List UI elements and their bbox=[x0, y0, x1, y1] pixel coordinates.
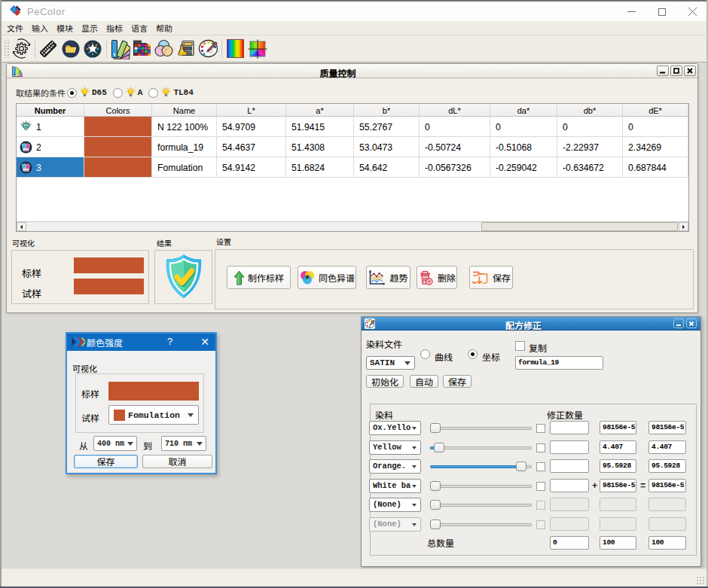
fc-value1-field-6[interactable] bbox=[600, 517, 636, 531]
fc-slider-thumb-5[interactable] bbox=[430, 500, 441, 510]
table-header-b[interactable]: b* bbox=[354, 104, 420, 116]
toolbar-button-keyboard[interactable] bbox=[38, 38, 59, 59]
cs-to-combo[interactable]: 710 nm bbox=[161, 436, 206, 451]
menu-item-1[interactable]: 文件 bbox=[3, 20, 28, 35]
fc-slider-thumb-1[interactable] bbox=[430, 423, 441, 433]
fc-value1-field-2[interactable]: 4.407 bbox=[600, 440, 636, 454]
table-row-2[interactable]: 2formula_1954.463751.430853.0473-0.50724… bbox=[17, 137, 688, 157]
row-value-cell[interactable]: 51.6824 bbox=[286, 157, 354, 177]
row-value-cell[interactable]: 0 bbox=[623, 117, 688, 136]
fc-dye-combo-5[interactable]: (None) bbox=[369, 498, 421, 512]
fc-dye-file-combo[interactable]: SATIN bbox=[366, 356, 415, 370]
fc-dye-combo-4[interactable]: White ba bbox=[369, 479, 421, 493]
cs-help-button[interactable]: ? bbox=[167, 336, 172, 347]
table-header-a[interactable]: a* bbox=[286, 104, 354, 116]
condition-radio-d65[interactable] bbox=[67, 88, 77, 98]
row-value-cell[interactable]: 51.9415 bbox=[286, 117, 354, 136]
table-header-number[interactable]: Number bbox=[17, 104, 84, 116]
fc-slider-track-2[interactable] bbox=[430, 446, 532, 449]
fc-value1-field-5[interactable] bbox=[600, 498, 636, 511]
toolbar-button-settings-sync[interactable] bbox=[11, 38, 32, 59]
row-value-cell[interactable]: -0.51068 bbox=[490, 137, 557, 157]
qc-titlebar[interactable]: 质量控制 bbox=[7, 64, 697, 78]
row-value-cell[interactable]: -0.50724 bbox=[420, 137, 490, 157]
toolbar-button-color-chart[interactable] bbox=[132, 38, 152, 59]
table-header-colors[interactable]: Colors bbox=[84, 104, 152, 116]
row-value-cell[interactable]: 54.9709 bbox=[217, 117, 286, 136]
row-value-cell[interactable]: -0.0567326 bbox=[420, 157, 490, 177]
qc-minimize-button[interactable] bbox=[657, 66, 669, 76]
fc-slider-track-1[interactable] bbox=[430, 427, 532, 430]
row-value-cell[interactable]: 0.687844 bbox=[623, 157, 688, 177]
menu-item-3[interactable]: 模块 bbox=[53, 20, 78, 35]
cs-cancel-button[interactable]: 取消 bbox=[142, 455, 212, 468]
row-name-cell[interactable]: formula_19 bbox=[152, 137, 217, 157]
fc-value2-field-4[interactable]: 98156e-5 bbox=[648, 479, 686, 492]
hscroll-right-arrow[interactable] bbox=[679, 222, 688, 231]
fc-slider-thumb-4[interactable] bbox=[430, 481, 441, 491]
row-color-cell[interactable] bbox=[84, 137, 152, 157]
table-header-db[interactable]: db* bbox=[557, 104, 623, 116]
fc-save-button[interactable]: 保存 bbox=[443, 375, 471, 388]
fc-value2-field-3[interactable]: 95.5928 bbox=[648, 459, 686, 473]
row-value-cell[interactable]: -2.22937 bbox=[557, 137, 623, 157]
fc-curve-radio[interactable] bbox=[420, 349, 430, 359]
condition-radio-tl84[interactable] bbox=[148, 88, 158, 98]
toolbar-button-lab-flask[interactable] bbox=[176, 38, 197, 59]
row-number-cell[interactable]: 3 bbox=[17, 157, 84, 177]
cs-from-combo[interactable]: 400 nm bbox=[93, 436, 137, 451]
minimize-button[interactable] bbox=[615, 2, 647, 22]
settings-button-4[interactable]: 删除 bbox=[417, 266, 457, 289]
row-number-cell[interactable]: 2 bbox=[17, 137, 84, 157]
fc-copy-checkbox[interactable] bbox=[515, 341, 525, 351]
cs-save-button[interactable]: 保存 bbox=[74, 455, 138, 468]
cs-close-button[interactable]: ✕ bbox=[200, 336, 209, 348]
menu-item-4[interactable]: 显示 bbox=[78, 20, 102, 35]
fc-row-checkbox-1[interactable] bbox=[536, 424, 545, 433]
fc-dye-combo-3[interactable]: Orange. bbox=[369, 459, 421, 474]
menu-item-7[interactable]: 帮助 bbox=[152, 20, 177, 35]
fc-amount-field-3[interactable] bbox=[550, 459, 589, 473]
toolbar-button-folder[interactable] bbox=[60, 38, 81, 59]
fc-value1-field-4[interactable]: 98156e-5 bbox=[600, 479, 636, 492]
fc-dye-combo-1[interactable]: Ox.Yello bbox=[369, 421, 421, 435]
fc-amount-field-5[interactable] bbox=[550, 498, 589, 511]
fc-row-checkbox-6[interactable] bbox=[536, 520, 545, 529]
row-value-cell[interactable]: -0.634672 bbox=[557, 157, 623, 177]
menu-item-2[interactable]: 输入 bbox=[28, 20, 53, 35]
maximize-button[interactable] bbox=[646, 2, 678, 22]
hscroll-thumb[interactable] bbox=[481, 222, 678, 231]
fc-amount-field-4[interactable] bbox=[550, 479, 589, 492]
fc-value1-field-1[interactable]: 98156e-5 bbox=[600, 421, 636, 434]
qc-restore-button[interactable] bbox=[670, 66, 682, 76]
cs-trial-combo[interactable]: Fomulation bbox=[108, 405, 199, 425]
row-value-cell[interactable]: 55.2767 bbox=[354, 117, 420, 136]
fc-slider-thumb-3[interactable] bbox=[516, 462, 526, 471]
fc-slider-track-5[interactable] bbox=[430, 504, 532, 507]
toolbar-button-color-quadrant[interactable] bbox=[247, 38, 267, 59]
toolbar-button-venn-circles[interactable] bbox=[154, 38, 174, 59]
row-value-cell[interactable]: 0 bbox=[557, 117, 623, 136]
fc-dye-combo-6[interactable]: (None) bbox=[369, 517, 421, 532]
settings-button-2[interactable]: 同色异谱 bbox=[298, 266, 356, 289]
row-name-cell[interactable]: Fomulation bbox=[152, 157, 217, 177]
fc-dye-combo-2[interactable]: Yellow bbox=[369, 440, 421, 455]
condition-radio-a[interactable] bbox=[113, 88, 123, 98]
fc-titlebar[interactable]: 配方修正 bbox=[362, 317, 700, 331]
fc-slider-track-6[interactable] bbox=[430, 523, 532, 526]
row-value-cell[interactable]: 51.4308 bbox=[286, 137, 354, 157]
fc-value1-field-3[interactable]: 95.5928 bbox=[600, 459, 636, 473]
row-value-cell[interactable]: -0.259042 bbox=[490, 157, 557, 177]
fc-total-field-2[interactable]: 100 bbox=[600, 536, 636, 550]
row-value-cell[interactable]: 54.9142 bbox=[217, 157, 286, 177]
table-header-dl[interactable]: dL* bbox=[420, 104, 490, 116]
fc-value2-field-6[interactable] bbox=[648, 517, 686, 531]
fc-total-field-1[interactable]: 0 bbox=[550, 536, 589, 550]
settings-button-5[interactable]: 保存 bbox=[469, 266, 513, 289]
fc-init-button[interactable]: 初始化 bbox=[366, 375, 404, 388]
fc-slider-thumb-6[interactable] bbox=[430, 519, 441, 529]
toolbar-button-spectrum[interactable] bbox=[225, 38, 246, 59]
table-header-name[interactable]: Name bbox=[152, 104, 217, 116]
fc-amount-field-1[interactable] bbox=[550, 421, 589, 434]
row-value-cell[interactable]: 0 bbox=[420, 117, 490, 136]
